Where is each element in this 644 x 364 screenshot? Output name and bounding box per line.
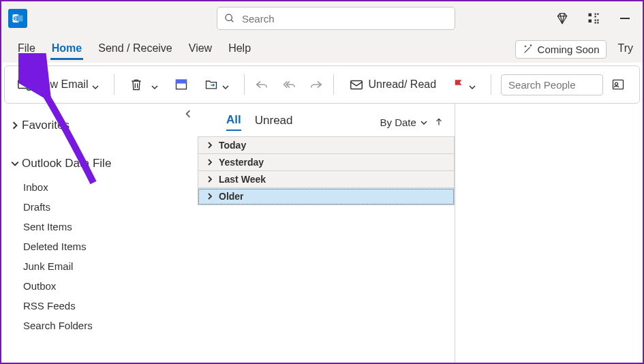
folder-deleted-items[interactable]: Deleted Items <box>1 237 198 256</box>
address-book-button[interactable] <box>609 74 628 95</box>
collapse-nav-icon[interactable] <box>184 109 192 120</box>
tab-help[interactable]: Help <box>221 38 258 60</box>
move-folder-icon <box>204 78 218 91</box>
svg-rect-15 <box>595 22 596 23</box>
new-email-label: New Email <box>36 78 88 91</box>
folder-junk-email[interactable]: Junk Email <box>1 256 198 276</box>
favorites-label: Favorites <box>22 119 70 132</box>
coming-soon-button[interactable]: Coming Soon <box>515 40 607 59</box>
svg-rect-21 <box>351 81 363 89</box>
chevron-down-icon[interactable] <box>151 81 158 88</box>
folder-inbox[interactable]: Inbox <box>1 177 198 197</box>
svg-rect-13 <box>597 22 598 23</box>
svg-rect-10 <box>595 16 596 17</box>
folder-list: Inbox Drafts Sent Items Deleted Items Ju… <box>1 177 198 335</box>
reading-pane <box>455 104 643 363</box>
list-header: All Unread By Date <box>198 110 455 136</box>
folder-outbox[interactable]: Outbox <box>1 276 198 296</box>
chevron-right-icon <box>206 142 213 149</box>
chevron-right-icon <box>206 176 213 183</box>
outlook-app-icon <box>8 9 27 28</box>
svg-rect-8 <box>595 14 596 15</box>
chevron-down-icon[interactable] <box>92 81 99 88</box>
folder-sent-items[interactable]: Sent Items <box>1 217 198 237</box>
trash-icon <box>129 78 143 91</box>
minimize-button[interactable] <box>618 12 632 25</box>
unread-read-label: Unread/ Read <box>368 78 436 91</box>
svg-rect-9 <box>597 14 598 15</box>
ribbon-tabs: File Home Send / Receive View Help Comin… <box>1 35 643 63</box>
group-last-week[interactable]: Last Week <box>198 171 455 188</box>
group-label: Today <box>219 140 246 151</box>
tab-home[interactable]: Home <box>45 38 89 60</box>
folder-nav-pane: Favorites Outlook Data File Inbox Drafts… <box>1 104 198 363</box>
filter-all[interactable]: All <box>226 113 241 131</box>
group-label: Last Week <box>219 174 266 185</box>
folder-rss-feeds[interactable]: RSS Feeds <box>1 296 198 316</box>
message-list-pane: All Unread By Date Today Yesterday <box>198 104 455 363</box>
reply-all-icon[interactable] <box>281 77 296 92</box>
new-email-icon <box>17 77 32 92</box>
separator <box>491 74 491 95</box>
chevron-down-icon <box>11 160 19 168</box>
new-email-button[interactable]: New Email <box>12 73 104 96</box>
group-yesterday[interactable]: Yesterday <box>198 154 455 171</box>
chevron-right-icon <box>11 121 19 130</box>
ribbon-toolbar: New Email Unread/ Read <box>4 65 640 104</box>
wand-icon <box>523 44 534 55</box>
chevron-down-icon[interactable] <box>222 81 229 88</box>
chevron-right-icon <box>206 159 213 166</box>
archive-button[interactable] <box>169 74 194 95</box>
flag-button[interactable] <box>447 74 481 95</box>
favorites-section[interactable]: Favorites <box>1 116 198 135</box>
separator <box>333 74 334 95</box>
try-button[interactable]: Try <box>611 38 633 60</box>
svg-rect-19 <box>177 83 187 89</box>
separator <box>244 74 245 95</box>
separator <box>114 74 114 95</box>
tab-file[interactable]: File <box>11 38 42 60</box>
group-today[interactable]: Today <box>198 136 455 154</box>
search-people-input[interactable] <box>501 74 603 95</box>
sort-by-date[interactable]: By Date <box>380 117 427 128</box>
reply-icon[interactable] <box>254 77 269 92</box>
group-label: Older <box>219 191 244 202</box>
tab-send-receive[interactable]: Send / Receive <box>91 38 179 60</box>
data-file-section[interactable]: Outlook Data File <box>1 154 198 173</box>
group-older[interactable]: Older <box>198 188 455 205</box>
svg-line-6 <box>231 20 233 22</box>
group-label: Yesterday <box>219 157 264 168</box>
search-icon <box>224 13 235 24</box>
svg-point-5 <box>226 14 232 20</box>
chevron-right-icon <box>206 193 213 200</box>
coming-soon-label: Coming Soon <box>538 44 600 55</box>
global-search[interactable] <box>217 7 455 30</box>
premium-diamond-icon[interactable] <box>555 12 569 25</box>
tab-view[interactable]: View <box>182 38 219 60</box>
flag-icon <box>453 78 465 91</box>
svg-rect-11 <box>589 20 592 23</box>
filter-unread[interactable]: Unread <box>255 114 293 130</box>
data-file-label: Outlook Data File <box>22 157 111 170</box>
date-groups: Today Yesterday Last Week Older <box>198 136 455 205</box>
qr-grid-icon[interactable] <box>587 12 600 25</box>
archive-icon <box>174 78 188 91</box>
svg-rect-12 <box>595 20 596 21</box>
svg-rect-14 <box>597 20 598 21</box>
svg-rect-20 <box>177 80 187 82</box>
chevron-down-icon[interactable] <box>469 81 476 88</box>
delete-button[interactable] <box>124 74 164 95</box>
svg-point-4 <box>15 18 16 19</box>
unread-read-button[interactable]: Unread/ Read <box>343 73 442 96</box>
global-search-input[interactable] <box>241 12 448 25</box>
svg-rect-7 <box>589 14 592 17</box>
sort-ascending-icon[interactable] <box>434 117 444 127</box>
title-bar <box>1 1 643 35</box>
contact-card-icon <box>611 78 625 91</box>
move-button[interactable] <box>199 74 234 95</box>
svg-point-23 <box>615 82 618 85</box>
forward-icon[interactable] <box>309 77 324 92</box>
folder-search-folders[interactable]: Search Folders <box>1 316 198 335</box>
envelope-icon <box>349 77 364 92</box>
folder-drafts[interactable]: Drafts <box>1 197 198 217</box>
